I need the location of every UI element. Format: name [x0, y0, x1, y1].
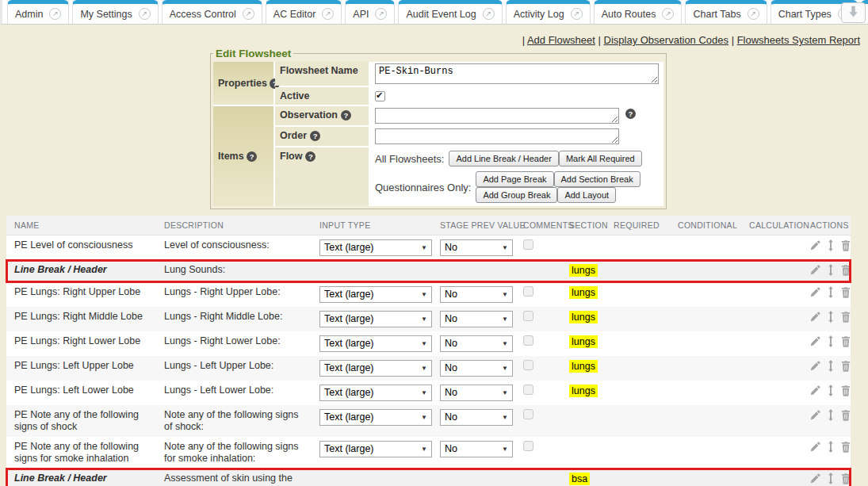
move-row-icon[interactable] [827, 473, 835, 484]
input-type-cell [312, 260, 432, 282]
delete-trash-icon[interactable] [841, 473, 851, 484]
input-type-select[interactable]: Text (large)▼ [319, 409, 432, 426]
tab-chart-tabs[interactable]: Chart Tabs↗ [685, 0, 767, 24]
external-link-icon[interactable]: ↗ [483, 8, 495, 20]
flowsheet-name-cell: PE-Skin-Burns [370, 62, 663, 86]
add-layout-button[interactable]: Add Layout [557, 187, 616, 203]
input-type-select[interactable]: Text (large)▼ [319, 385, 432, 401]
external-link-icon[interactable]: ↗ [322, 8, 334, 20]
comments-checkbox[interactable] [523, 286, 533, 297]
stage-prev-value-select[interactable]: No▼ [440, 286, 513, 303]
help-icon[interactable]: ? [305, 151, 315, 162]
edit-pencil-icon[interactable] [810, 385, 820, 396]
edit-pencil-icon[interactable] [810, 265, 820, 275]
external-link-icon[interactable]: ↗ [748, 8, 759, 20]
add-group-break-button[interactable]: Add Group Break [476, 187, 557, 203]
order-input[interactable] [375, 128, 619, 144]
delete-trash-icon[interactable] [841, 442, 851, 453]
add-section-break-button[interactable]: Add Section Break [554, 171, 640, 187]
comments-checkbox[interactable] [523, 239, 533, 250]
external-link-icon[interactable]: ↗ [139, 8, 151, 20]
edit-pencil-icon[interactable] [810, 442, 820, 452]
help-icon[interactable]: ? [341, 110, 351, 121]
tab-scroll-down-button[interactable] [841, 2, 866, 23]
move-row-icon[interactable] [827, 311, 835, 323]
flowsheet-name-input[interactable]: PE-Skin-Burns [375, 63, 659, 84]
edit-pencil-icon[interactable] [810, 410, 820, 420]
stage-prev-value-select[interactable]: No▼ [440, 360, 513, 377]
delete-trash-icon[interactable] [841, 312, 851, 323]
move-row-icon[interactable] [827, 409, 835, 421]
delete-trash-icon[interactable] [841, 385, 851, 396]
tab-ac-editor[interactable]: AC Editor↗ [266, 0, 342, 24]
help-icon[interactable]: ? [310, 131, 320, 141]
input-type-select[interactable]: Text (large)▼ [319, 311, 432, 327]
link-add-flowsheet[interactable]: Add Flowsheet [527, 34, 595, 46]
edit-pencil-icon[interactable] [810, 287, 820, 297]
input-type-select[interactable]: Text (large)▼ [319, 335, 432, 352]
selected-value: No [445, 242, 457, 254]
active-checkbox[interactable] [375, 91, 385, 101]
external-link-icon[interactable]: ↗ [375, 8, 387, 20]
move-row-icon[interactable] [827, 360, 835, 372]
comments-checkbox[interactable] [523, 311, 533, 321]
edit-pencil-icon[interactable] [810, 473, 820, 484]
stage-prev-value-select[interactable]: No▼ [440, 239, 513, 256]
link-flowsheets-system-report[interactable]: Flowsheets System Report [737, 34, 860, 46]
item-name-cell: PE Note any of the following signs of sh… [6, 405, 156, 437]
stage-prev-value-select[interactable]: No▼ [440, 311, 513, 327]
tab-api[interactable]: API↗ [345, 0, 395, 24]
delete-trash-icon[interactable] [841, 336, 851, 347]
stage-prev-value-select[interactable]: No▼ [440, 385, 513, 401]
stage-prev-value-select[interactable]: No▼ [440, 409, 513, 426]
input-type-select[interactable]: Text (large)▼ [319, 360, 432, 377]
tab-admin[interactable]: Admin↗ [7, 0, 69, 24]
tab-my-settings[interactable]: My Settings↗ [72, 0, 158, 24]
help-icon[interactable]: ? [625, 109, 636, 119]
input-type-select[interactable]: Text (large)▼ [319, 286, 432, 303]
stage-prev-value-select[interactable]: No▼ [440, 335, 513, 352]
observation-input[interactable] [375, 108, 619, 124]
tab-auto-routes[interactable]: Auto Routes↗ [594, 0, 683, 24]
selected-value: No [445, 289, 457, 300]
comments-checkbox[interactable] [523, 335, 533, 346]
tab-access-control[interactable]: Access Control↗ [162, 0, 262, 24]
delete-trash-icon[interactable] [841, 287, 851, 298]
move-row-icon[interactable] [827, 264, 835, 276]
move-row-icon[interactable] [827, 385, 835, 396]
external-link-icon[interactable]: ↗ [571, 8, 583, 20]
move-row-icon[interactable] [827, 441, 835, 453]
input-type-select[interactable]: Text (large)▼ [319, 441, 432, 457]
edit-pencil-icon[interactable] [810, 312, 820, 322]
comments-checkbox[interactable] [523, 385, 533, 395]
selected-value: Text (large) [324, 289, 374, 300]
input-type-select[interactable]: Text (large)▼ [319, 239, 432, 256]
input-type-cell: Text (large)▼ [312, 307, 432, 331]
column-header-name: NAME [6, 216, 156, 235]
stage-prev-value-select[interactable]: No▼ [440, 441, 513, 457]
external-link-icon[interactable]: ↗ [49, 8, 61, 20]
delete-trash-icon[interactable] [841, 265, 851, 276]
external-link-icon[interactable]: ↗ [662, 8, 674, 20]
delete-trash-icon[interactable] [841, 361, 851, 372]
comments-checkbox[interactable] [523, 441, 533, 451]
delete-trash-icon[interactable] [841, 410, 851, 421]
comments-checkbox[interactable] [523, 409, 533, 419]
add-line-break-header-button[interactable]: Add Line Break / Header [449, 151, 558, 166]
comments-checkbox[interactable] [523, 360, 533, 370]
move-row-icon[interactable] [827, 239, 835, 251]
external-link-icon[interactable]: ↗ [243, 8, 254, 20]
actions-cell [802, 260, 851, 282]
edit-pencil-icon[interactable] [810, 361, 820, 371]
move-row-icon[interactable] [827, 286, 835, 298]
tab-activity-log[interactable]: Activity Log↗ [506, 0, 591, 24]
mark-all-required-button[interactable]: Mark All Required [559, 151, 642, 166]
move-row-icon[interactable] [827, 335, 835, 347]
edit-pencil-icon[interactable] [810, 240, 820, 251]
tab-audit-event-log[interactable]: Audit Event Log↗ [398, 0, 502, 24]
delete-trash-icon[interactable] [841, 240, 851, 251]
add-page-break-button[interactable]: Add Page Break [476, 171, 553, 187]
edit-pencil-icon[interactable] [810, 336, 820, 346]
link-display-observation-codes[interactable]: Display Observation Codes [604, 34, 729, 46]
help-icon[interactable]: ? [247, 151, 257, 162]
